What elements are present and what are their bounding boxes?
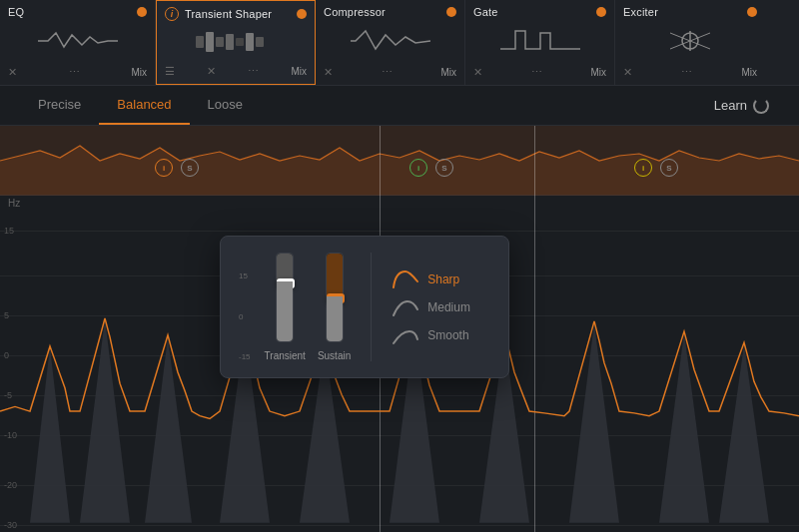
indicator-orange-1[interactable]: i bbox=[155, 159, 173, 177]
menu-icon-transient[interactable]: ☰ bbox=[165, 65, 175, 78]
power-dot-compressor[interactable] bbox=[446, 7, 456, 17]
plugin-name-compressor: Compressor bbox=[324, 6, 386, 18]
shape-label-sharp: Sharp bbox=[427, 272, 459, 286]
sustain-fill-top bbox=[327, 254, 343, 298]
dots-icon-transient: ⋯ bbox=[248, 65, 259, 78]
power-dot-exciter[interactable] bbox=[747, 7, 757, 17]
dots-icon-exciter: ⋯ bbox=[681, 66, 692, 79]
indicator-s-3[interactable]: S bbox=[660, 159, 678, 177]
dots-icon-gate: ⋯ bbox=[531, 66, 542, 79]
plugin-name-exciter: Exciter bbox=[623, 6, 658, 18]
info-icon-transient[interactable]: i bbox=[165, 7, 179, 21]
dots-icon-eq: ⋯ bbox=[69, 66, 80, 79]
waveform-transient bbox=[165, 21, 307, 63]
main-content: i S i S i S Hz 15 5 0 -5 bbox=[0, 126, 799, 532]
shape-option-medium[interactable]: Medium bbox=[392, 297, 470, 317]
top-bar: EQ ✕ ⋯ Mix i Transient Shaper bbox=[0, 0, 799, 86]
waveform-compressor bbox=[324, 18, 456, 64]
close-icon-transient[interactable]: ✕ bbox=[207, 65, 216, 78]
mix-label-comp: Mix bbox=[440, 67, 456, 78]
mix-label-exciter: Mix bbox=[741, 67, 757, 78]
plugin-slot-gate[interactable]: Gate ✕ ⋯ Mix bbox=[465, 0, 615, 85]
popup-panel: 15 0 -15 Transient Sus bbox=[220, 236, 509, 378]
svg-rect-6 bbox=[256, 37, 264, 47]
transient-slider-col: Transient bbox=[265, 253, 306, 361]
svg-rect-4 bbox=[236, 38, 244, 46]
shape-label-medium: Medium bbox=[427, 300, 470, 314]
plugin-slot-eq[interactable]: EQ ✕ ⋯ Mix bbox=[0, 0, 156, 85]
medium-curve-icon bbox=[392, 297, 419, 317]
panel-divider bbox=[371, 253, 372, 361]
transient-fill-bottom bbox=[277, 281, 293, 341]
svg-rect-2 bbox=[216, 37, 224, 47]
nav-bar: Precise Balanced Loose Learn bbox=[0, 86, 799, 126]
waveform-eq bbox=[8, 18, 147, 64]
plugin-name-transient: Transient Shaper bbox=[185, 8, 272, 20]
hz-label: Hz bbox=[8, 198, 20, 209]
plugin-slot-exciter[interactable]: Exciter ✕ ⋯ Mix bbox=[615, 0, 765, 85]
power-dot-eq[interactable] bbox=[137, 7, 147, 17]
svg-rect-3 bbox=[226, 34, 234, 50]
tab-precise[interactable]: Precise bbox=[20, 86, 99, 125]
sliders-section: 15 0 -15 Transient Sus bbox=[237, 253, 351, 361]
indicator-s-2[interactable]: S bbox=[435, 159, 453, 177]
power-dot-transient[interactable] bbox=[297, 9, 307, 19]
plugin-slot-transient[interactable]: i Transient Shaper ☰ ✕ ⋯ Mix bbox=[156, 0, 316, 85]
svg-marker-13 bbox=[80, 318, 130, 523]
svg-marker-12 bbox=[30, 346, 70, 523]
svg-rect-0 bbox=[196, 36, 204, 48]
shape-section: Sharp Medium Smooth bbox=[392, 253, 470, 361]
close-icon-exciter[interactable]: ✕ bbox=[623, 66, 632, 79]
refresh-icon bbox=[753, 98, 769, 114]
slider-scale: 15 0 -15 bbox=[237, 271, 253, 361]
sustain-fill-bottom bbox=[327, 296, 343, 341]
close-icon-eq[interactable]: ✕ bbox=[8, 66, 17, 79]
indicator-green[interactable]: i bbox=[409, 159, 427, 177]
indicator-yellow[interactable]: i bbox=[634, 159, 652, 177]
sustain-label: Sustain bbox=[318, 350, 351, 361]
waveform-gate bbox=[473, 18, 606, 64]
shape-option-smooth[interactable]: Smooth bbox=[392, 325, 470, 345]
svg-marker-19 bbox=[569, 323, 619, 523]
dots-icon-comp: ⋯ bbox=[382, 66, 393, 79]
tab-balanced[interactable]: Balanced bbox=[99, 86, 189, 125]
svg-marker-21 bbox=[719, 344, 769, 523]
sustain-slider-track[interactable] bbox=[326, 253, 344, 342]
svg-marker-20 bbox=[659, 332, 709, 523]
plugin-slot-compressor[interactable]: Compressor ✕ ⋯ Mix bbox=[316, 0, 465, 85]
tab-loose[interactable]: Loose bbox=[190, 86, 261, 125]
svg-rect-1 bbox=[206, 32, 214, 52]
waveform-exciter bbox=[623, 18, 757, 64]
shape-label-smooth: Smooth bbox=[427, 328, 468, 342]
power-dot-gate[interactable] bbox=[596, 7, 606, 17]
plugin-name-eq: EQ bbox=[8, 6, 24, 18]
plugin-name-gate: Gate bbox=[473, 6, 498, 18]
close-icon-comp[interactable]: ✕ bbox=[324, 66, 333, 79]
sustain-slider-col: Sustain bbox=[318, 253, 351, 361]
close-icon-gate[interactable]: ✕ bbox=[473, 66, 482, 79]
waveform-overview bbox=[0, 126, 799, 196]
shape-option-sharp[interactable]: Sharp bbox=[392, 269, 470, 289]
svg-rect-5 bbox=[246, 33, 254, 51]
transient-label: Transient bbox=[265, 350, 306, 361]
learn-button[interactable]: Learn bbox=[704, 94, 779, 118]
smooth-curve-icon bbox=[392, 325, 419, 345]
mix-label-transient: Mix bbox=[291, 66, 307, 77]
svg-marker-14 bbox=[145, 337, 192, 523]
transient-slider-track[interactable] bbox=[276, 253, 294, 342]
mix-label-gate: Mix bbox=[590, 67, 606, 78]
mix-label-eq: Mix bbox=[131, 67, 147, 78]
indicator-s-1[interactable]: S bbox=[181, 159, 199, 177]
sharp-curve-icon bbox=[392, 269, 419, 289]
